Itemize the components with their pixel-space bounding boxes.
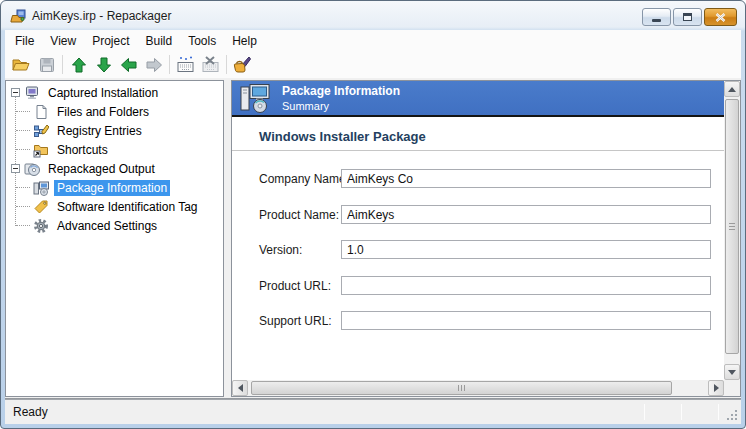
menu-tools[interactable]: Tools	[180, 31, 224, 51]
tree-item-captured-installation[interactable]: Captured Installation	[6, 83, 223, 102]
statusbar-separator	[718, 404, 719, 420]
support-url-label: Support URL:	[259, 314, 332, 328]
right-arrow-icon	[714, 384, 719, 392]
app-window: AimKeys.irp - Repackager File View Proje…	[0, 0, 746, 429]
vertical-scroll-thumb[interactable]	[725, 99, 739, 354]
disc-icon	[24, 161, 40, 177]
menu-file[interactable]: File	[7, 31, 42, 51]
tree-rows: Captured Installation Files and Folders	[6, 81, 223, 235]
tree-connector	[16, 206, 30, 207]
arrow-down-icon	[95, 57, 113, 73]
scroll-left-button[interactable]	[232, 380, 248, 396]
banner-subtitle: Summary	[282, 100, 400, 112]
version-input[interactable]	[341, 240, 711, 259]
banner-title: Package Information	[282, 84, 400, 98]
tree-item-label: Captured Installation	[45, 85, 161, 101]
section-heading: Windows Installer Package	[259, 129, 426, 144]
back-button[interactable]	[116, 53, 141, 76]
installer-package-icon	[240, 83, 272, 113]
move-down-button[interactable]	[91, 53, 116, 76]
close-button[interactable]	[704, 8, 737, 26]
vertical-scrollbar[interactable]	[724, 81, 740, 380]
repackage-tools-button[interactable]	[230, 53, 255, 76]
tree-item-label: Repackaged Output	[45, 161, 158, 177]
window-controls	[642, 8, 737, 26]
tree-item-shortcuts[interactable]: Shortcuts	[6, 140, 223, 159]
tag-icon	[33, 199, 49, 215]
menu-help[interactable]: Help	[224, 31, 265, 51]
statusbar: Ready	[5, 400, 741, 424]
save-button[interactable]	[34, 53, 59, 76]
document-icon	[33, 104, 49, 120]
menu-view[interactable]: View	[42, 31, 84, 51]
folder-open-icon	[12, 57, 31, 73]
product-url-input[interactable]	[341, 276, 711, 295]
package-icon	[33, 180, 49, 196]
status-text: Ready	[13, 405, 48, 419]
maximize-button[interactable]	[673, 8, 702, 26]
scroll-right-button[interactable]	[708, 380, 724, 396]
tree-connector	[16, 130, 30, 131]
forward-button[interactable]	[141, 53, 166, 76]
arrow-right-icon	[145, 57, 163, 73]
form-row: Product URL:	[232, 276, 724, 296]
horizontal-scrollbar[interactable]	[232, 380, 724, 396]
shortcut-folder-icon	[33, 142, 49, 158]
tree-connector	[16, 225, 30, 226]
horizontal-scroll-thumb[interactable]	[251, 381, 672, 395]
build-button[interactable]	[173, 53, 198, 76]
heading-divider	[232, 150, 724, 151]
maximize-icon	[683, 13, 692, 21]
tree-item-software-identification-tag[interactable]: Software Identification Tag	[6, 197, 223, 216]
product-name-label: Product Name:	[259, 208, 339, 222]
tree-item-repackaged-output[interactable]: Repackaged Output	[6, 159, 223, 178]
tree-item-files-and-folders[interactable]: Files and Folders	[6, 102, 223, 121]
cancel-build-button[interactable]	[198, 53, 223, 76]
tree-connector	[15, 97, 16, 164]
app-icon	[10, 8, 26, 24]
main-area: Captured Installation Files and Folders	[5, 78, 741, 398]
tree-item-package-information[interactable]: Package Information	[6, 178, 223, 197]
statusbar-separator	[681, 404, 682, 420]
tree-item-label: Software Identification Tag	[54, 199, 201, 215]
tree-connector	[16, 149, 30, 150]
toolbar	[5, 51, 741, 78]
thumb-grip-icon	[729, 223, 735, 231]
build-cancel-icon	[201, 56, 220, 73]
registry-icon	[33, 123, 49, 139]
scrollbar-corner	[724, 380, 740, 396]
collapse-box-icon[interactable]	[11, 164, 20, 173]
tree-item-advanced-settings[interactable]: Advanced Settings	[6, 216, 223, 235]
window-title: AimKeys.irp - Repackager	[32, 9, 171, 23]
company-name-input[interactable]	[341, 169, 711, 188]
minimize-button[interactable]	[642, 8, 671, 26]
support-url-input[interactable]	[341, 311, 711, 330]
move-up-button[interactable]	[66, 53, 91, 76]
menu-project[interactable]: Project	[84, 31, 137, 51]
resize-grip[interactable]	[735, 418, 737, 420]
scroll-up-button[interactable]	[724, 81, 740, 97]
menubar: File View Project Build Tools Help	[5, 30, 741, 51]
toolbar-separator	[169, 55, 170, 74]
content-panel: Package Information Summary Windows Inst…	[231, 80, 741, 397]
tree-item-label: Registry Entries	[54, 123, 145, 139]
open-button[interactable]	[9, 53, 34, 76]
scroll-down-button[interactable]	[724, 364, 740, 380]
arrow-left-icon	[120, 57, 138, 73]
project-tree: Captured Installation Files and Folders	[5, 80, 224, 397]
close-icon	[715, 13, 726, 22]
tree-connector	[16, 111, 30, 112]
arrow-up-icon	[70, 57, 88, 73]
tree-connector	[16, 187, 30, 188]
gear-icon	[33, 218, 49, 234]
minimize-icon	[652, 19, 661, 22]
tree-item-label: Shortcuts	[54, 142, 111, 158]
tree-item-label: Package Information	[54, 180, 170, 196]
form-row: Version:	[232, 240, 724, 260]
titlebar[interactable]: AimKeys.irp - Repackager	[1, 1, 745, 30]
tree-item-registry-entries[interactable]: Registry Entries	[6, 121, 223, 140]
product-name-input[interactable]	[341, 205, 711, 224]
collapse-box-icon[interactable]	[11, 88, 20, 97]
menu-build[interactable]: Build	[138, 31, 181, 51]
form-body: Windows Installer Package Company Name: …	[232, 119, 724, 380]
